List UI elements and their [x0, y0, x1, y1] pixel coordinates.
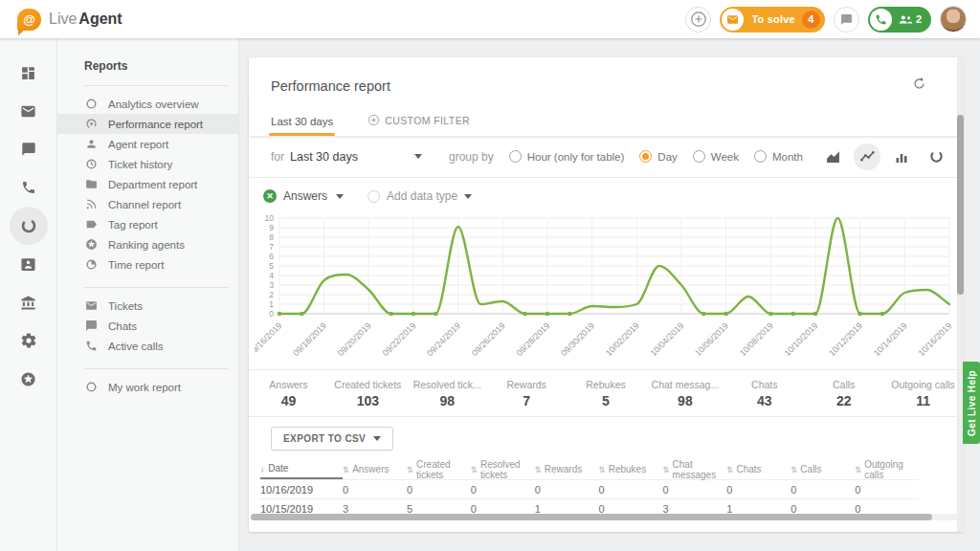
stat-value: 98 — [678, 393, 693, 408]
area-chart-button[interactable] — [819, 143, 846, 170]
menu-time-report[interactable]: Time report — [57, 254, 238, 275]
tab-label: CUSTOM FILTER — [385, 115, 470, 126]
column-header-rebukes[interactable]: ⇅Rebukes — [599, 464, 663, 474]
line-chart-button[interactable] — [854, 143, 880, 170]
chevron-down-icon — [464, 194, 472, 199]
add-button[interactable] — [685, 7, 711, 33]
export-label: EXPORT TO CSV — [283, 433, 366, 444]
radio-month[interactable]: Month — [754, 150, 803, 163]
menu-performance-report[interactable]: Performance report — [57, 114, 238, 134]
column-header-chat-messages[interactable]: ⇅Chat messages — [662, 459, 726, 480]
column-header-rewards[interactable]: ⇅Rewards — [535, 464, 599, 474]
nav-tickets[interactable] — [10, 92, 48, 130]
donut-chart-button[interactable] — [923, 143, 949, 170]
menu-label: Ticket history — [108, 159, 172, 170]
scrollbar-thumb[interactable] — [251, 514, 932, 520]
radio-label: Month — [772, 151, 803, 163]
menu-label: Department report — [108, 179, 197, 190]
bar-chart-icon — [895, 150, 908, 164]
bank-icon — [20, 295, 36, 311]
svg-text:5: 5 — [269, 261, 274, 271]
menu-analytics-overview[interactable]: Analytics overview — [57, 94, 238, 114]
range-select[interactable]: Last 30 days — [290, 150, 422, 164]
menu-active-calls[interactable]: Active calls — [57, 336, 238, 356]
svg-text:3: 3 — [269, 280, 274, 290]
column-header-date[interactable]: ↓Date — [260, 459, 343, 479]
menu-department-report[interactable]: Department report — [57, 174, 238, 194]
menu-label: My work report — [108, 382, 181, 393]
menu-agent-report[interactable]: Agent report — [57, 134, 238, 154]
radio-day[interactable]: Day — [639, 150, 677, 163]
nav-starred[interactable] — [10, 360, 48, 398]
column-header-chats[interactable]: ⇅Chats — [726, 464, 791, 474]
chevron-down-icon[interactable] — [336, 194, 344, 199]
menu-label: Tag report — [108, 219, 158, 231]
sort-desc-icon: ↓ — [260, 464, 264, 474]
nav-chats[interactable] — [10, 130, 48, 168]
bar-chart-button[interactable] — [888, 143, 915, 170]
radio-week[interactable]: Week — [693, 150, 739, 163]
rss-icon — [84, 198, 98, 211]
nav-calls[interactable] — [10, 168, 48, 207]
reports-panel: Reports Analytics overview Performance r… — [57, 38, 239, 551]
nav-customers[interactable] — [10, 283, 48, 321]
menu-channel-report[interactable]: Channel report — [57, 194, 238, 214]
svg-text:09/28/2019: 09/28/2019 — [514, 320, 551, 358]
stat-outgoing-calls: Outgoing calls11 — [883, 370, 963, 416]
cell: 5 — [407, 503, 471, 515]
menu-my-work-report[interactable]: My work report — [57, 377, 238, 397]
radio-label: Hour (only for table) — [527, 151, 625, 163]
calls-button[interactable]: 2 — [868, 7, 931, 33]
scrollbar-thumb[interactable] — [957, 115, 964, 295]
column-header-resolved-tickets[interactable]: ⇅Resolved tickets — [471, 459, 535, 480]
refresh-icon — [912, 77, 926, 91]
user-avatar[interactable] — [940, 6, 967, 33]
chats-button[interactable] — [834, 7, 859, 33]
stat-value: 7 — [523, 393, 530, 408]
menu-chats[interactable]: Chats — [57, 316, 238, 336]
svg-text:09/30/2019: 09/30/2019 — [559, 320, 596, 358]
menu-tag-report[interactable]: Tag report — [57, 214, 238, 234]
menu-ranking-agents[interactable]: Ranking agents — [57, 234, 238, 254]
stat-chat-messages: Chat messag...98 — [645, 370, 724, 416]
column-header-answers[interactable]: ⇅Answers — [343, 464, 407, 474]
nav-contacts[interactable] — [10, 245, 48, 283]
person-icon — [84, 138, 98, 151]
menu-label: Time report — [108, 259, 164, 271]
dashboard-icon — [20, 65, 36, 81]
refresh-button[interactable] — [912, 77, 926, 91]
add-data-type-label: Add data type — [387, 189, 457, 203]
vertical-scrollbar[interactable] — [957, 57, 964, 532]
panel-title: Reports — [57, 59, 238, 73]
svg-text:09/18/2019: 09/18/2019 — [291, 320, 328, 358]
column-header-outgoing-calls[interactable]: ⇅Outgoing calls — [855, 459, 919, 480]
nav-reports[interactable] — [10, 207, 48, 245]
horizontal-scrollbar[interactable] — [251, 514, 961, 520]
answers-series-remove-icon[interactable]: ✕ — [263, 189, 277, 203]
cell: 0 — [599, 484, 663, 496]
column-header-created-tickets[interactable]: ⇅Created tickets — [407, 459, 471, 480]
tab-last-30-days[interactable]: Last 30 days — [271, 116, 333, 136]
radio-circle — [754, 150, 767, 163]
stat-calls: Calls22 — [804, 370, 883, 416]
export-to-csv-button[interactable]: EXPORT TO CSV — [271, 427, 393, 451]
get-live-help-tab[interactable]: Get Live Help — [963, 362, 980, 444]
chart-type-switcher — [812, 143, 949, 170]
cell: 0 — [471, 503, 535, 515]
svg-text:09/22/2019: 09/22/2019 — [380, 320, 417, 358]
to-solve-button[interactable]: To solve 4 — [720, 7, 824, 33]
nav-settings[interactable] — [10, 321, 48, 360]
menu-tickets[interactable]: Tickets — [57, 296, 238, 316]
table-row[interactable]: 10/16/2019 0 0 0 0 0 0 0 0 0 — [260, 479, 919, 498]
radio-hour[interactable]: Hour (only for table) — [509, 150, 625, 163]
cell: 0 — [855, 503, 919, 515]
tab-custom-filter[interactable]: CUSTOM FILTER — [368, 114, 470, 136]
mail-icon — [84, 299, 98, 313]
column-header-calls[interactable]: ⇅Calls — [791, 464, 855, 474]
radio-label: Day — [657, 151, 677, 163]
menu-ticket-history[interactable]: Ticket history — [57, 154, 238, 174]
add-data-type[interactable]: Add data type — [368, 189, 472, 203]
liveagent-logo[interactable]: @ Live Agent — [17, 9, 122, 31]
nav-dashboard[interactable] — [10, 54, 48, 92]
cell: 0 — [343, 484, 407, 496]
